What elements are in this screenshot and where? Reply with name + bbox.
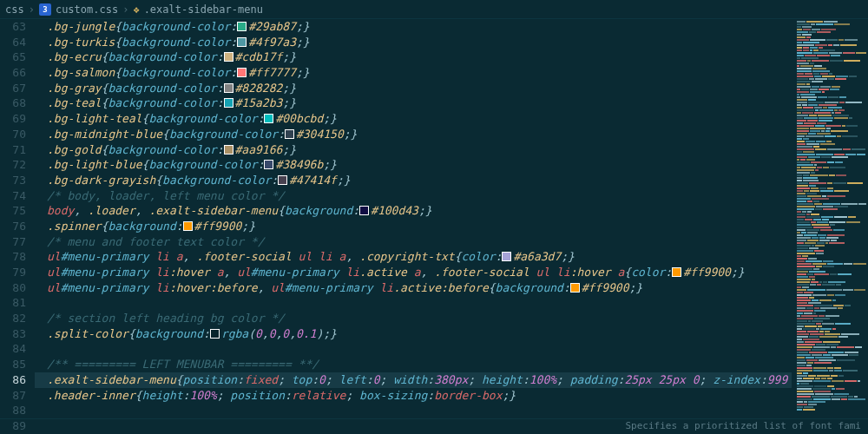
- code-line[interactable]: body, .loader, .exalt-sidebar-menu{backg…: [35, 203, 792, 219]
- line-number[interactable]: 69: [0, 111, 26, 127]
- code-line[interactable]: .bg-gray{background-color:#828282;}: [35, 81, 792, 96]
- line-number[interactable]: 66: [0, 65, 26, 81]
- code-line[interactable]: .bg-teal{background-color:#15a2b3;}: [35, 95, 792, 111]
- line-number[interactable]: 68: [0, 95, 26, 111]
- color-swatch: [278, 175, 287, 185]
- code-line[interactable]: /** ========= LEFT MENUBAR ========= **/: [35, 357, 792, 372]
- chevron-right-icon: ›: [29, 3, 35, 16]
- folder-name[interactable]: css: [5, 3, 24, 16]
- code-line[interactable]: [35, 295, 792, 311]
- code-line[interactable]: .exalt-sidebar-menu{position:fixed; top:…: [35, 372, 792, 388]
- color-swatch: [237, 22, 247, 31]
- code-line[interactable]: .bg-light-blue{background-color:#38496b;…: [35, 157, 792, 173]
- code-line[interactable]: .bg-jungle{background-color:#29ab87;}: [35, 19, 792, 35]
- line-number[interactable]: 87: [0, 388, 26, 404]
- line-number[interactable]: 81: [0, 295, 26, 311]
- color-swatch: [672, 267, 681, 277]
- code-line[interactable]: /* menu and footer text color */: [35, 234, 792, 250]
- color-swatch: [285, 129, 294, 139]
- line-number[interactable]: 86: [0, 372, 26, 388]
- minimap[interactable]: [792, 19, 868, 418]
- code-line[interactable]: /* body, loader, left menu color */: [35, 188, 792, 204]
- code-area[interactable]: .bg-jungle{background-color:#29ab87;}.bg…: [35, 19, 792, 418]
- line-number[interactable]: 83: [0, 326, 26, 342]
- line-number[interactable]: 74: [0, 188, 26, 204]
- color-swatch: [264, 114, 273, 123]
- color-swatch: [570, 283, 580, 293]
- color-swatch: [224, 145, 233, 155]
- code-line[interactable]: ul#menu-primary li:hover:before, ul#menu…: [35, 280, 792, 296]
- line-number[interactable]: 71: [0, 142, 26, 158]
- code-line[interactable]: ul#menu-primary li:hover a, ul#menu-prim…: [35, 265, 792, 280]
- code-line[interactable]: .bg-gold{background-color:#aa9166;}: [35, 142, 792, 158]
- line-number[interactable]: 76: [0, 219, 26, 234]
- code-line[interactable]: .header-inner{height:100%; position:rela…: [35, 388, 792, 404]
- code-line[interactable]: [35, 341, 792, 357]
- line-number[interactable]: 70: [0, 127, 26, 142]
- line-number[interactable]: 65: [0, 49, 26, 65]
- code-line[interactable]: .split-color{background:rgba(0,0,0,0.1);…: [35, 326, 792, 342]
- line-number[interactable]: 63: [0, 19, 26, 35]
- color-swatch: [502, 252, 511, 261]
- line-number[interactable]: 79: [0, 265, 26, 280]
- code-line[interactable]: .bg-midnight-blue{background-color:#3041…: [35, 127, 792, 142]
- color-swatch: [224, 83, 233, 93]
- color-swatch: [224, 98, 233, 108]
- code-line[interactable]: .bg-ecru{background-color:#cdb17f;}: [35, 49, 792, 65]
- color-swatch: [210, 329, 220, 339]
- code-line[interactable]: .bg-salmon{background-color:#ff7777;}: [35, 65, 792, 81]
- code-line[interactable]: .bg-light-teal{background-color:#00bcbd;…: [35, 111, 792, 127]
- symbol-name[interactable]: .exalt-sidebar-menu: [144, 3, 263, 16]
- color-swatch: [264, 160, 273, 169]
- line-number[interactable]: 80: [0, 280, 26, 296]
- line-number[interactable]: 73: [0, 173, 26, 188]
- editor: 6364656667686970717273747576777879808182…: [0, 19, 868, 418]
- code-line[interactable]: [35, 403, 792, 418]
- line-number[interactable]: 75: [0, 203, 26, 219]
- statusbar: Specifies a prioritized list of font fam…: [0, 418, 868, 434]
- line-number[interactable]: 85: [0, 357, 26, 372]
- chevron-right-icon: ›: [122, 3, 128, 16]
- color-swatch: [237, 68, 247, 77]
- code-line[interactable]: .bg-turkis{background-color:#4f97a3;}: [35, 35, 792, 50]
- code-line[interactable]: .spinner{background:#ff9900;}: [35, 219, 792, 234]
- line-number[interactable]: 64: [0, 35, 26, 50]
- code-line[interactable]: ul#menu-primary li a, .footer-social ul …: [35, 249, 792, 265]
- line-number[interactable]: 72: [0, 157, 26, 173]
- line-number[interactable]: 67: [0, 81, 26, 96]
- color-swatch: [224, 52, 233, 62]
- line-gutter[interactable]: 6364656667686970717273747576777879808182…: [0, 19, 35, 418]
- line-number[interactable]: 78: [0, 249, 26, 265]
- breadcrumb[interactable]: css › 3 custom.css › ❖ .exalt-sidebar-me…: [0, 0, 868, 19]
- file-name[interactable]: custom.css: [56, 3, 118, 16]
- color-swatch: [183, 221, 193, 231]
- line-number[interactable]: 84: [0, 341, 26, 357]
- color-swatch: [359, 206, 369, 215]
- line-number[interactable]: 82: [0, 311, 26, 326]
- line-number[interactable]: 77: [0, 234, 26, 250]
- code-line[interactable]: .bg-dark-grayish{background-color:#47414…: [35, 173, 792, 188]
- line-number[interactable]: 88: [0, 403, 26, 418]
- line-number[interactable]: 89: [0, 418, 26, 434]
- code-line[interactable]: /* section left heading bg color */: [35, 311, 792, 326]
- status-text: Specifies a prioritized list of font fam…: [625, 420, 861, 431]
- color-swatch: [237, 37, 247, 47]
- css-file-icon: 3: [39, 3, 51, 16]
- symbol-icon: ❖: [133, 3, 139, 16]
